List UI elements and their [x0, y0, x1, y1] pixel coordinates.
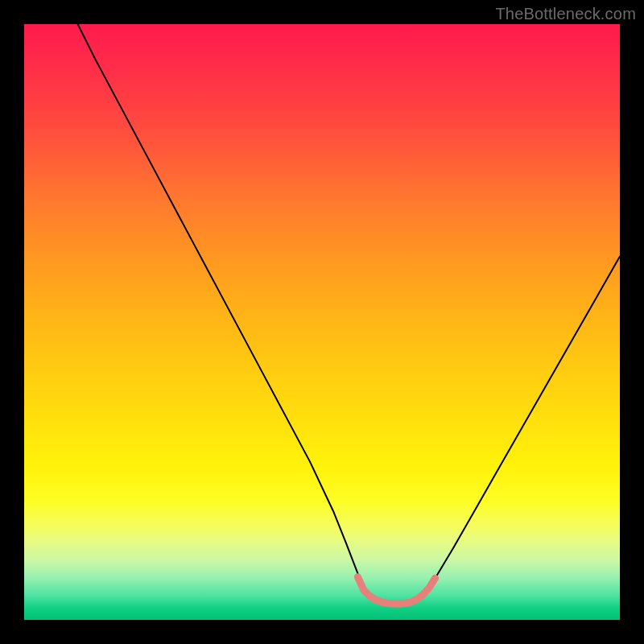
- series-highlight-dip: [357, 577, 435, 604]
- series-bottleneck-curve: [78, 24, 620, 603]
- watermark-text: TheBottleneck.com: [495, 5, 636, 23]
- chart-stage: TheBottleneck.com: [0, 0, 644, 644]
- plot-area: [24, 24, 620, 620]
- curve-layer: [24, 24, 620, 620]
